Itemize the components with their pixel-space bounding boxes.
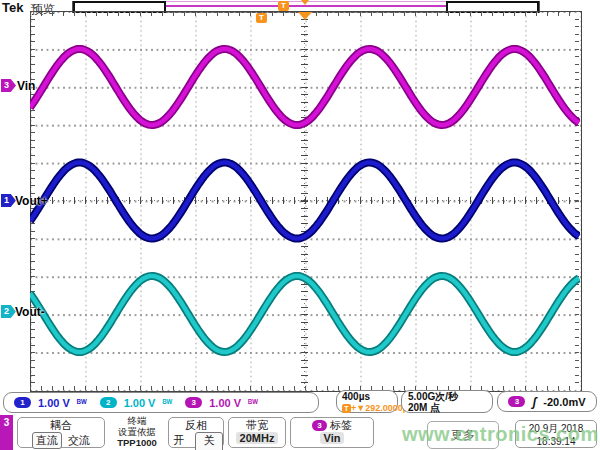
- channel-3-badge: 3: [185, 397, 202, 408]
- channel-2-label: Vout-: [15, 305, 45, 319]
- tek-logo: Tek: [2, 0, 23, 15]
- trigger-position-readout: T+▼292.0000µs: [342, 403, 392, 413]
- bandwidth-limit-icon: ᴮᵂ: [248, 398, 258, 408]
- label-channel-badge: 3: [312, 420, 327, 431]
- acquisition-readout[interactable]: 5.00G次/秒 20M 点: [401, 390, 493, 413]
- trigger-record-marker-icon[interactable]: T: [278, 1, 289, 11]
- trigger-position-icon[interactable]: [298, 12, 312, 20]
- bandwidth-limit-icon: ᴮᵂ: [162, 398, 172, 408]
- expansion-caret-icon: [301, 0, 309, 5]
- trigger-source-badge: 3: [508, 396, 525, 407]
- oscilloscope-screen: Tek 预览 T T 3 Vin 1 Vout+ 2 Vout- 1 1.00 …: [0, 0, 600, 450]
- channel-3-scale: 1.00 V: [209, 397, 241, 409]
- coupling-menu: 耦合 直流 交流: [17, 417, 105, 448]
- invert-off-button[interactable]: 关闭: [195, 432, 223, 450]
- coupling-dc-button[interactable]: 直流: [32, 432, 62, 449]
- channel-2-position-marker[interactable]: 2: [1, 305, 16, 318]
- coupling-ac-button[interactable]: 交流: [68, 433, 90, 448]
- label-value: Vin: [320, 432, 345, 444]
- sample-rate: 5.00G次/秒: [408, 392, 486, 403]
- record-length: 20M 点: [408, 403, 486, 414]
- watermark: www.cntronics.com: [402, 423, 599, 446]
- waveforms-svg: [30, 11, 580, 390]
- channel-scales-readout[interactable]: 1 1.00 V ᴮᵂ 2 1.00 V ᴮᵂ 3 1.00 V ᴮᵂ: [3, 392, 319, 413]
- invert-title: 反相: [169, 418, 223, 432]
- record-waveform-preview: [165, 5, 446, 7]
- invert-menu: 反相 开启 关闭: [168, 417, 224, 448]
- invert-on-button[interactable]: 开启: [169, 433, 189, 450]
- menu-channel-tab: 3: [0, 415, 13, 450]
- channel-3-label: Vin: [17, 79, 35, 93]
- channel-2-scale: 1.00 V: [124, 397, 156, 409]
- trigger-readout[interactable]: 3 ʃ -20.0mV: [497, 391, 597, 412]
- horizontal-scale-readout[interactable]: 400µs T+▼292.0000µs: [336, 390, 398, 413]
- channel-3-position-marker[interactable]: 3: [1, 79, 16, 92]
- trigger-level: -20.0mV: [543, 396, 585, 408]
- bandwidth-title: 带宽: [229, 418, 285, 432]
- channel-1-badge: 1: [14, 397, 31, 408]
- termination-info: 终端 设置依据 TPP1000: [106, 415, 168, 448]
- channel-1-scale: 1.00 V: [38, 397, 70, 409]
- channel-1-label: Vout+: [15, 194, 48, 208]
- bandwidth-menu[interactable]: 带宽 20MHz: [228, 417, 286, 448]
- label-menu[interactable]: 3 标签 Vin: [290, 417, 374, 448]
- channel-2-badge: 2: [100, 397, 117, 408]
- bandwidth-value: 20MHz: [236, 432, 279, 444]
- horizontal-scale: 400µs: [342, 392, 392, 403]
- channel-1-position-marker[interactable]: 1: [1, 194, 16, 207]
- bandwidth-limit-icon: ᴮᵂ: [77, 398, 87, 408]
- coupling-title: 耦合: [18, 418, 104, 432]
- label-title: 3 标签: [291, 418, 373, 432]
- trigger-time-label-icon[interactable]: T: [256, 13, 267, 23]
- rising-edge-icon: ʃ: [532, 395, 536, 409]
- trigger-t-icon: T: [342, 404, 351, 413]
